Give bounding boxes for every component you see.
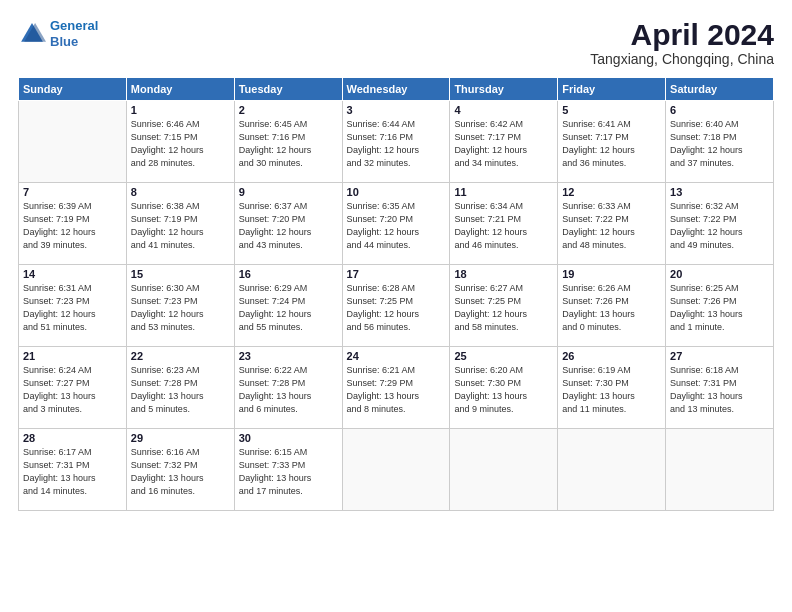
day-cell bbox=[342, 429, 450, 511]
day-number: 28 bbox=[23, 432, 122, 444]
col-header-monday: Monday bbox=[126, 78, 234, 101]
day-info: Sunrise: 6:16 AM Sunset: 7:32 PM Dayligh… bbox=[131, 446, 230, 498]
day-cell: 24Sunrise: 6:21 AM Sunset: 7:29 PM Dayli… bbox=[342, 347, 450, 429]
day-number: 9 bbox=[239, 186, 338, 198]
day-number: 22 bbox=[131, 350, 230, 362]
month-title: April 2024 bbox=[590, 18, 774, 51]
day-info: Sunrise: 6:30 AM Sunset: 7:23 PM Dayligh… bbox=[131, 282, 230, 334]
logo-text: General Blue bbox=[50, 18, 98, 49]
day-number: 27 bbox=[670, 350, 769, 362]
day-info: Sunrise: 6:21 AM Sunset: 7:29 PM Dayligh… bbox=[347, 364, 446, 416]
logo-icon bbox=[18, 20, 46, 48]
day-cell: 11Sunrise: 6:34 AM Sunset: 7:21 PM Dayli… bbox=[450, 183, 558, 265]
day-number: 10 bbox=[347, 186, 446, 198]
col-header-saturday: Saturday bbox=[666, 78, 774, 101]
day-number: 2 bbox=[239, 104, 338, 116]
week-row-3: 21Sunrise: 6:24 AM Sunset: 7:27 PM Dayli… bbox=[19, 347, 774, 429]
col-header-thursday: Thursday bbox=[450, 78, 558, 101]
day-info: Sunrise: 6:17 AM Sunset: 7:31 PM Dayligh… bbox=[23, 446, 122, 498]
day-number: 21 bbox=[23, 350, 122, 362]
day-number: 30 bbox=[239, 432, 338, 444]
col-header-friday: Friday bbox=[558, 78, 666, 101]
day-number: 23 bbox=[239, 350, 338, 362]
week-row-2: 14Sunrise: 6:31 AM Sunset: 7:23 PM Dayli… bbox=[19, 265, 774, 347]
location: Tangxiang, Chongqing, China bbox=[590, 51, 774, 67]
day-cell: 30Sunrise: 6:15 AM Sunset: 7:33 PM Dayli… bbox=[234, 429, 342, 511]
day-cell: 2Sunrise: 6:45 AM Sunset: 7:16 PM Daylig… bbox=[234, 101, 342, 183]
day-info: Sunrise: 6:18 AM Sunset: 7:31 PM Dayligh… bbox=[670, 364, 769, 416]
day-info: Sunrise: 6:19 AM Sunset: 7:30 PM Dayligh… bbox=[562, 364, 661, 416]
day-number: 1 bbox=[131, 104, 230, 116]
day-cell bbox=[666, 429, 774, 511]
day-cell: 26Sunrise: 6:19 AM Sunset: 7:30 PM Dayli… bbox=[558, 347, 666, 429]
week-row-4: 28Sunrise: 6:17 AM Sunset: 7:31 PM Dayli… bbox=[19, 429, 774, 511]
day-info: Sunrise: 6:23 AM Sunset: 7:28 PM Dayligh… bbox=[131, 364, 230, 416]
day-cell: 13Sunrise: 6:32 AM Sunset: 7:22 PM Dayli… bbox=[666, 183, 774, 265]
day-number: 13 bbox=[670, 186, 769, 198]
day-number: 7 bbox=[23, 186, 122, 198]
day-cell: 21Sunrise: 6:24 AM Sunset: 7:27 PM Dayli… bbox=[19, 347, 127, 429]
header: General Blue April 2024 Tangxiang, Chong… bbox=[18, 18, 774, 67]
day-cell: 23Sunrise: 6:22 AM Sunset: 7:28 PM Dayli… bbox=[234, 347, 342, 429]
week-row-0: 1Sunrise: 6:46 AM Sunset: 7:15 PM Daylig… bbox=[19, 101, 774, 183]
day-cell: 19Sunrise: 6:26 AM Sunset: 7:26 PM Dayli… bbox=[558, 265, 666, 347]
day-number: 5 bbox=[562, 104, 661, 116]
day-cell: 27Sunrise: 6:18 AM Sunset: 7:31 PM Dayli… bbox=[666, 347, 774, 429]
day-info: Sunrise: 6:22 AM Sunset: 7:28 PM Dayligh… bbox=[239, 364, 338, 416]
day-cell: 7Sunrise: 6:39 AM Sunset: 7:19 PM Daylig… bbox=[19, 183, 127, 265]
day-info: Sunrise: 6:20 AM Sunset: 7:30 PM Dayligh… bbox=[454, 364, 553, 416]
day-number: 14 bbox=[23, 268, 122, 280]
day-cell: 28Sunrise: 6:17 AM Sunset: 7:31 PM Dayli… bbox=[19, 429, 127, 511]
day-number: 15 bbox=[131, 268, 230, 280]
day-number: 19 bbox=[562, 268, 661, 280]
day-number: 11 bbox=[454, 186, 553, 198]
logo-line1: General bbox=[50, 18, 98, 33]
day-cell: 20Sunrise: 6:25 AM Sunset: 7:26 PM Dayli… bbox=[666, 265, 774, 347]
day-cell: 1Sunrise: 6:46 AM Sunset: 7:15 PM Daylig… bbox=[126, 101, 234, 183]
day-info: Sunrise: 6:32 AM Sunset: 7:22 PM Dayligh… bbox=[670, 200, 769, 252]
day-cell: 8Sunrise: 6:38 AM Sunset: 7:19 PM Daylig… bbox=[126, 183, 234, 265]
day-info: Sunrise: 6:34 AM Sunset: 7:21 PM Dayligh… bbox=[454, 200, 553, 252]
day-info: Sunrise: 6:44 AM Sunset: 7:16 PM Dayligh… bbox=[347, 118, 446, 170]
day-info: Sunrise: 6:29 AM Sunset: 7:24 PM Dayligh… bbox=[239, 282, 338, 334]
logo-line2: Blue bbox=[50, 34, 78, 49]
day-info: Sunrise: 6:35 AM Sunset: 7:20 PM Dayligh… bbox=[347, 200, 446, 252]
day-cell: 29Sunrise: 6:16 AM Sunset: 7:32 PM Dayli… bbox=[126, 429, 234, 511]
day-number: 16 bbox=[239, 268, 338, 280]
day-cell: 9Sunrise: 6:37 AM Sunset: 7:20 PM Daylig… bbox=[234, 183, 342, 265]
day-number: 18 bbox=[454, 268, 553, 280]
day-cell: 12Sunrise: 6:33 AM Sunset: 7:22 PM Dayli… bbox=[558, 183, 666, 265]
day-cell: 17Sunrise: 6:28 AM Sunset: 7:25 PM Dayli… bbox=[342, 265, 450, 347]
day-number: 26 bbox=[562, 350, 661, 362]
day-number: 3 bbox=[347, 104, 446, 116]
day-cell: 6Sunrise: 6:40 AM Sunset: 7:18 PM Daylig… bbox=[666, 101, 774, 183]
day-cell bbox=[450, 429, 558, 511]
day-number: 4 bbox=[454, 104, 553, 116]
col-header-wednesday: Wednesday bbox=[342, 78, 450, 101]
day-cell: 15Sunrise: 6:30 AM Sunset: 7:23 PM Dayli… bbox=[126, 265, 234, 347]
col-header-sunday: Sunday bbox=[19, 78, 127, 101]
day-number: 24 bbox=[347, 350, 446, 362]
day-info: Sunrise: 6:26 AM Sunset: 7:26 PM Dayligh… bbox=[562, 282, 661, 334]
day-info: Sunrise: 6:42 AM Sunset: 7:17 PM Dayligh… bbox=[454, 118, 553, 170]
day-cell: 18Sunrise: 6:27 AM Sunset: 7:25 PM Dayli… bbox=[450, 265, 558, 347]
day-info: Sunrise: 6:27 AM Sunset: 7:25 PM Dayligh… bbox=[454, 282, 553, 334]
day-info: Sunrise: 6:46 AM Sunset: 7:15 PM Dayligh… bbox=[131, 118, 230, 170]
page: General Blue April 2024 Tangxiang, Chong… bbox=[0, 0, 792, 612]
day-cell: 16Sunrise: 6:29 AM Sunset: 7:24 PM Dayli… bbox=[234, 265, 342, 347]
day-cell: 5Sunrise: 6:41 AM Sunset: 7:17 PM Daylig… bbox=[558, 101, 666, 183]
day-number: 12 bbox=[562, 186, 661, 198]
day-info: Sunrise: 6:40 AM Sunset: 7:18 PM Dayligh… bbox=[670, 118, 769, 170]
day-info: Sunrise: 6:31 AM Sunset: 7:23 PM Dayligh… bbox=[23, 282, 122, 334]
day-cell: 3Sunrise: 6:44 AM Sunset: 7:16 PM Daylig… bbox=[342, 101, 450, 183]
day-cell: 25Sunrise: 6:20 AM Sunset: 7:30 PM Dayli… bbox=[450, 347, 558, 429]
day-number: 25 bbox=[454, 350, 553, 362]
col-header-tuesday: Tuesday bbox=[234, 78, 342, 101]
day-cell bbox=[558, 429, 666, 511]
day-number: 17 bbox=[347, 268, 446, 280]
day-cell bbox=[19, 101, 127, 183]
day-info: Sunrise: 6:24 AM Sunset: 7:27 PM Dayligh… bbox=[23, 364, 122, 416]
day-cell: 4Sunrise: 6:42 AM Sunset: 7:17 PM Daylig… bbox=[450, 101, 558, 183]
day-cell: 22Sunrise: 6:23 AM Sunset: 7:28 PM Dayli… bbox=[126, 347, 234, 429]
calendar-header-row: SundayMondayTuesdayWednesdayThursdayFrid… bbox=[19, 78, 774, 101]
